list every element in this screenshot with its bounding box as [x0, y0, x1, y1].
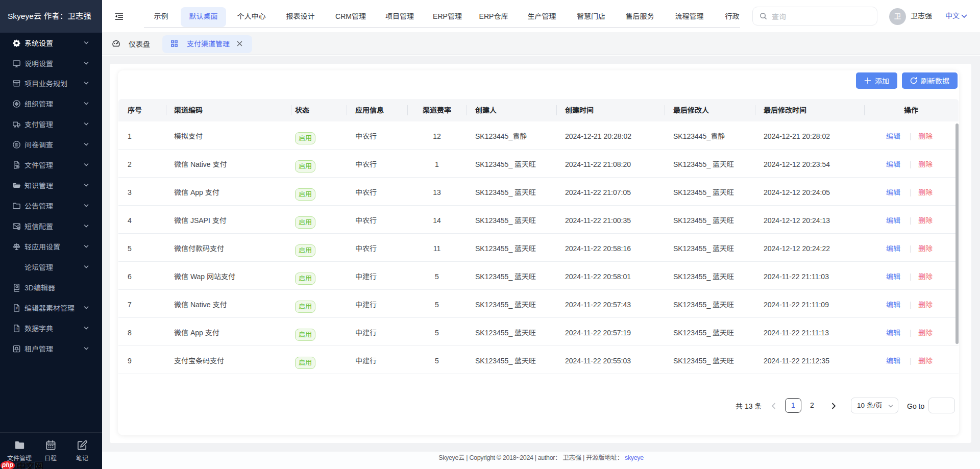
svg-text:P: P — [15, 307, 18, 310]
svg-text:R: R — [15, 327, 18, 331]
